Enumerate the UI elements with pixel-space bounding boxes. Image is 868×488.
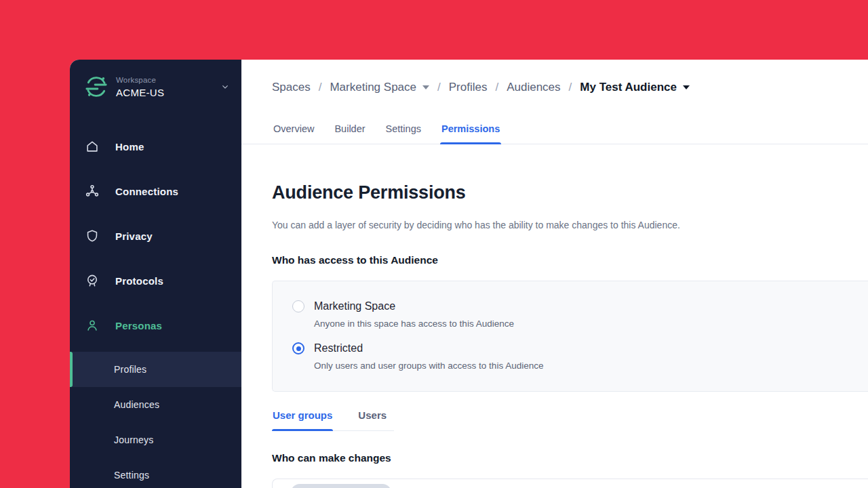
home-icon: [85, 139, 100, 154]
radio-option-description: Anyone in this space has access to this …: [314, 319, 514, 329]
sidebar-item-protocols[interactable]: Protocols: [70, 258, 241, 303]
breadcrumb-item-spaces[interactable]: Spaces: [272, 81, 311, 94]
sidebar-subitem-audiences[interactable]: Audiences: [70, 387, 241, 422]
radio-option-text: Restricted Only users and user groups wi…: [314, 342, 543, 371]
breadcrumb-separator: /: [495, 81, 498, 94]
chevron-down-icon: [220, 81, 231, 92]
radio-unselected[interactable]: [292, 300, 304, 312]
breadcrumb-item-marketing-space[interactable]: Marketing Space: [330, 81, 429, 94]
access-section-heading: Who has access to this Audience: [272, 253, 868, 266]
breadcrumb-separator: /: [437, 81, 441, 94]
sidebar-item-home[interactable]: Home: [70, 124, 241, 169]
app-window: Workspace ACME-US Home: [70, 60, 868, 488]
access-options-card: Marketing Space Anyone in this space has…: [272, 281, 868, 392]
tab-builder[interactable]: Builder: [333, 123, 366, 144]
sidebar-subitem-label: Audiences: [114, 399, 159, 410]
caret-down-icon: [422, 85, 429, 89]
main-content: Spaces / Marketing Space / Profiles / Au…: [241, 60, 868, 488]
breadcrumb-label: Audiences: [507, 81, 560, 94]
workspace-switcher[interactable]: Workspace ACME-US: [70, 60, 241, 98]
page-title: Audience Permissions: [272, 182, 868, 204]
workspace-name: ACME-US: [116, 87, 212, 98]
connections-icon: [85, 184, 100, 199]
changes-section-heading: Who can make changes: [272, 451, 868, 464]
workspace-label: Workspace: [116, 76, 212, 84]
subtab-users[interactable]: Users: [357, 409, 387, 430]
caret-down-icon: [683, 85, 690, 89]
breadcrumb-label: Profiles: [449, 81, 488, 94]
sidebar-item-label: Personas: [115, 320, 162, 331]
sidebar-item-label: Protocols: [115, 275, 163, 287]
workspace-text: Workspace ACME-US: [116, 76, 212, 98]
segment-logo: [85, 75, 108, 98]
sidebar-item-label: Home: [115, 141, 144, 152]
red-frame: Workspace ACME-US Home: [0, 0, 868, 488]
sidebar-item-label: Privacy: [115, 230, 153, 242]
restricted-subtabs: User groups Users: [272, 409, 394, 431]
subtab-user-groups[interactable]: User groups: [272, 409, 333, 430]
tab-permissions[interactable]: Permissions: [440, 123, 501, 144]
sidebar-subitem-label: Profiles: [114, 364, 146, 375]
table-skeleton-pill: [291, 484, 391, 488]
breadcrumb: Spaces / Marketing Space / Profiles / Au…: [241, 60, 868, 96]
breadcrumb-item-audiences[interactable]: Audiences: [507, 81, 560, 94]
personas-person-icon: [85, 318, 100, 333]
changes-panel: [272, 479, 868, 488]
privacy-shield-icon: [85, 228, 100, 243]
protocols-badge-icon: [85, 273, 100, 288]
breadcrumb-separator: /: [319, 81, 322, 94]
sidebar-subitem-label: Journeys: [114, 434, 153, 445]
sidebar-subitem-journeys[interactable]: Journeys: [70, 422, 241, 458]
sidebar-subitem-settings[interactable]: Settings: [70, 458, 241, 488]
tab-settings[interactable]: Settings: [384, 123, 422, 144]
access-option-marketing-space[interactable]: Marketing Space Anyone in this space has…: [292, 300, 868, 329]
radio-option-text: Marketing Space Anyone in this space has…: [314, 300, 514, 329]
radio-option-description: Only users and user groups with access t…: [314, 361, 543, 371]
breadcrumb-item-profiles[interactable]: Profiles: [449, 81, 488, 94]
sidebar: Workspace ACME-US Home: [70, 60, 241, 488]
radio-option-label: Restricted: [314, 342, 543, 355]
breadcrumb-label: Marketing Space: [330, 81, 416, 94]
breadcrumb-separator: /: [569, 81, 572, 94]
personas-subnav: Profiles Audiences Journeys Settings: [70, 352, 241, 488]
sidebar-item-personas[interactable]: Personas: [70, 303, 241, 348]
sidebar-subitem-profiles[interactable]: Profiles: [70, 352, 241, 387]
page-description: You can add a layer of security by decid…: [272, 219, 868, 231]
sidebar-nav: Home Connections: [70, 124, 241, 488]
breadcrumb-label: Spaces: [272, 81, 311, 94]
permissions-page: Audience Permissions You can add a layer…: [241, 144, 868, 488]
audience-tabs: Overview Builder Settings Permissions: [241, 123, 868, 144]
breadcrumb-item-my-test-audience[interactable]: My Test Audience: [580, 81, 690, 94]
sidebar-item-privacy[interactable]: Privacy: [70, 214, 241, 258]
radio-selected[interactable]: [292, 342, 304, 354]
sidebar-subitem-label: Settings: [114, 470, 149, 481]
breadcrumb-label: My Test Audience: [580, 81, 677, 94]
access-option-restricted[interactable]: Restricted Only users and user groups wi…: [292, 342, 868, 371]
sidebar-item-connections[interactable]: Connections: [70, 169, 241, 214]
tab-overview[interactable]: Overview: [272, 123, 315, 144]
sidebar-item-label: Connections: [115, 186, 178, 197]
radio-option-label: Marketing Space: [314, 300, 514, 313]
